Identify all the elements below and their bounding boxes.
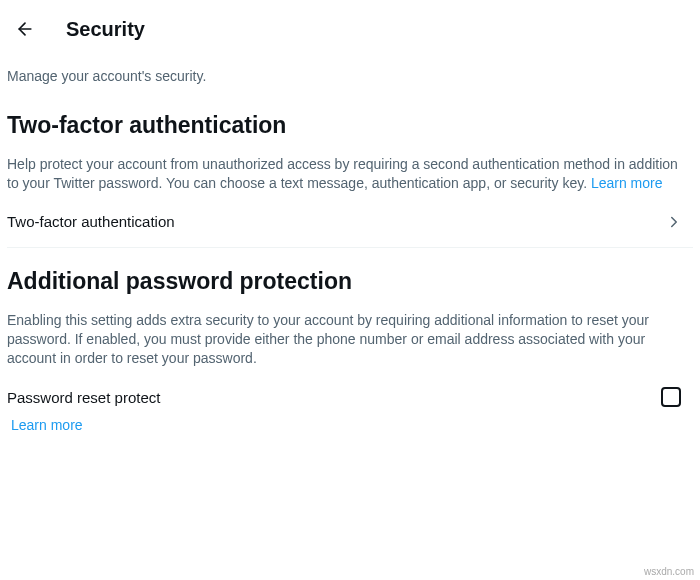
two-factor-description-text: Help protect your account from unauthori… bbox=[7, 156, 678, 191]
content-area: Manage your account's security. Two-fact… bbox=[0, 58, 700, 434]
password-reset-protect-checkbox[interactable] bbox=[661, 387, 681, 407]
two-factor-heading: Two-factor authentication bbox=[7, 92, 693, 149]
back-button[interactable] bbox=[8, 12, 42, 46]
password-reset-protect-label: Password reset protect bbox=[7, 389, 160, 406]
arrow-left-icon bbox=[15, 19, 35, 39]
additional-protection-heading: Additional password protection bbox=[7, 248, 693, 305]
additional-protection-learn-more-link[interactable]: Learn more bbox=[7, 409, 83, 433]
watermark: wsxdn.com bbox=[644, 566, 694, 577]
chevron-right-icon bbox=[665, 213, 683, 231]
two-factor-description: Help protect your account from unauthori… bbox=[7, 149, 693, 197]
page-header: Security bbox=[0, 0, 700, 58]
two-factor-row-label: Two-factor authentication bbox=[7, 213, 175, 230]
password-reset-protect-row: Password reset protect bbox=[7, 371, 693, 409]
two-factor-row[interactable]: Two-factor authentication bbox=[7, 197, 693, 248]
additional-protection-description: Enabling this setting adds extra securit… bbox=[7, 305, 693, 372]
page-subtitle: Manage your account's security. bbox=[7, 58, 693, 92]
two-factor-learn-more-link[interactable]: Learn more bbox=[591, 175, 663, 191]
page-title: Security bbox=[66, 18, 145, 41]
